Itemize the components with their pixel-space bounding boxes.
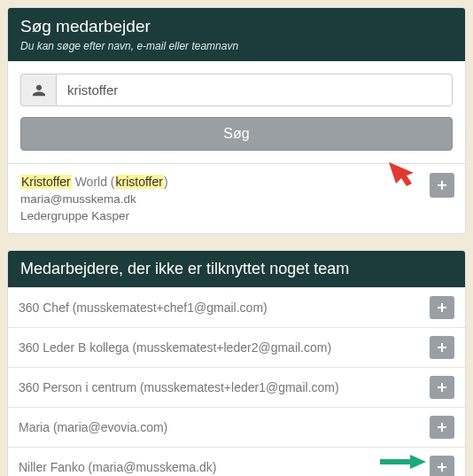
search-result-team: Ledergruppe Kasper <box>20 209 453 222</box>
search-panel: Søg medarbejder Du kan søge efter navn, … <box>7 7 466 234</box>
unassigned-panel-header: Medarbejdere, der ikke er tilknyttet nog… <box>8 251 465 287</box>
search-input-group <box>20 74 453 106</box>
search-result: Kristoffer World (kristoffer) maria@muss… <box>8 163 465 233</box>
svg-rect-13 <box>380 459 410 464</box>
add-employee-button[interactable] <box>430 416 454 439</box>
search-result-name: Kristoffer World (kristoffer) <box>20 175 453 189</box>
svg-rect-12 <box>438 466 446 468</box>
unassigned-row-label: Maria (maria@evovia.com) <box>19 420 167 434</box>
unassigned-row-label: 360 Person i centrum (musskematest+leder… <box>19 380 339 394</box>
unassigned-row-label: Niller Fanko (maria@musskema.dk) <box>19 460 216 474</box>
svg-marker-14 <box>410 455 426 469</box>
unassigned-row: Niller Fanko (maria@musskema.dk) <box>8 447 465 476</box>
svg-rect-10 <box>438 426 446 428</box>
search-panel-body: Søg <box>8 61 465 163</box>
unassigned-panel-title: Medarbejdere, der ikke er tilknyttet nog… <box>20 260 453 278</box>
plus-icon <box>437 382 447 393</box>
add-employee-button[interactable] <box>430 296 454 319</box>
svg-rect-8 <box>438 386 446 388</box>
plus-icon <box>437 302 447 313</box>
svg-rect-1 <box>438 184 446 186</box>
user-icon <box>20 74 56 106</box>
search-input[interactable] <box>56 74 453 106</box>
search-button[interactable]: Søg <box>20 117 453 151</box>
unassigned-row-label: 360 Leder B kollega (musskematest+leder2… <box>19 340 331 355</box>
search-result-email: maria@musskema.dk <box>20 192 453 206</box>
add-employee-button[interactable] <box>430 376 454 399</box>
svg-rect-4 <box>438 307 446 308</box>
search-panel-title: Søg medarbejder <box>20 17 453 36</box>
unassigned-row-label: 360 Chef (musskematest+chef1@gmail.com) <box>19 300 268 315</box>
unassigned-row: Maria (maria@evovia.com) <box>8 407 465 447</box>
plus-icon <box>437 462 447 472</box>
arrow-annotation-green <box>380 453 426 471</box>
unassigned-row: 360 Leder B kollega (musskematest+leder2… <box>8 327 465 367</box>
plus-icon <box>437 342 447 353</box>
plus-icon <box>437 180 447 191</box>
add-employee-button[interactable] <box>430 456 454 476</box>
plus-icon <box>437 422 447 433</box>
add-result-button[interactable] <box>430 173 454 198</box>
search-panel-header: Søg medarbejder Du kan søge efter navn, … <box>8 8 465 61</box>
search-panel-subtitle: Du kan søge efter navn, e-mail eller tea… <box>20 40 453 52</box>
unassigned-panel: Medarbejdere, der ikke er tilknyttet nog… <box>7 250 466 476</box>
unassigned-row: 360 Chef (musskematest+chef1@gmail.com) <box>8 287 465 327</box>
add-employee-button[interactable] <box>430 336 454 359</box>
svg-rect-6 <box>438 347 446 348</box>
unassigned-row: 360 Person i centrum (musskematest+leder… <box>8 367 465 407</box>
